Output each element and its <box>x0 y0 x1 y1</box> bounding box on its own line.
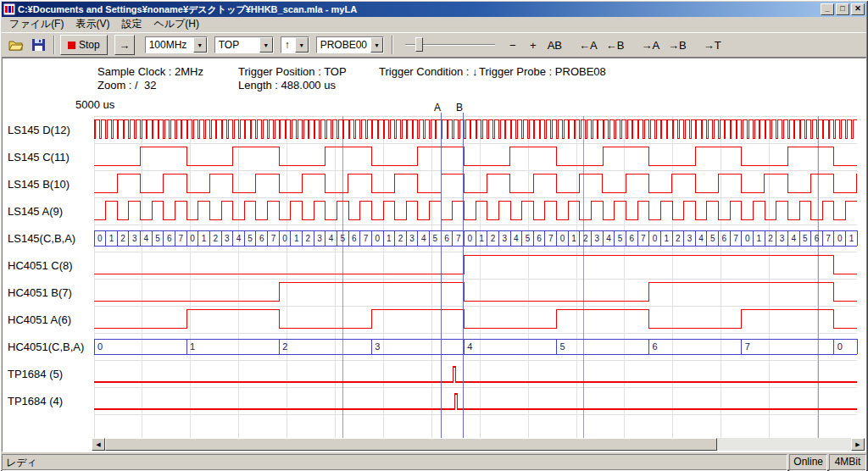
waveform-trace <box>94 309 857 328</box>
bus-value: 5 <box>340 234 345 243</box>
bus-value: 1 <box>202 234 207 243</box>
scrollbar-track[interactable] <box>105 438 851 451</box>
ab-button[interactable]: AB <box>544 36 565 54</box>
cursor-label: B <box>456 102 463 114</box>
goto-b-right-button[interactable]: →B <box>665 36 690 54</box>
bus-value: 2 <box>213 234 218 243</box>
trigger-edge-combo[interactable]: ↑ ▼ <box>281 36 309 53</box>
waveform-strobe-trace <box>94 119 857 138</box>
stop-label: Stop <box>79 39 100 51</box>
bus-value: 5 <box>526 234 531 243</box>
bus-value: 1 <box>387 234 392 243</box>
waveform-trace <box>94 174 857 192</box>
toolbar-separator <box>53 36 55 54</box>
bus-value: 5 <box>155 234 160 243</box>
close-button[interactable]: ✕ <box>851 3 865 15</box>
waveform-trace <box>94 255 857 274</box>
bus-value: 6 <box>444 234 449 243</box>
goto-a-right-button[interactable]: →A <box>637 36 663 54</box>
run-button[interactable]: → <box>114 35 135 55</box>
goto-b-left-button[interactable]: ←B <box>603 36 628 54</box>
bus-value: 0 <box>97 234 103 243</box>
bus-value: 7 <box>745 341 750 352</box>
bus-value: 0 <box>190 234 195 243</box>
menu-view[interactable]: 表示(V) <box>70 16 115 33</box>
bus-value: 7 <box>271 234 276 243</box>
maximize-button[interactable]: □ <box>836 3 849 15</box>
stop-icon <box>68 42 75 49</box>
bus-value: 3 <box>502 234 507 243</box>
bus-value: 3 <box>687 234 693 243</box>
chevron-down-icon[interactable]: ▼ <box>259 37 273 53</box>
toolbar: Stop → 100MHz ▼ TOP ▼ ↑ ▼ PROBE00 ▼ − + … <box>2 32 866 58</box>
channel-label: HC4051 C(8) <box>8 259 73 272</box>
statusbar: レディ Online 4MBit <box>2 452 866 471</box>
bus-value: 4 <box>421 234 426 243</box>
scroll-right-icon[interactable]: ▶ <box>851 438 865 451</box>
zoom-info: Zoom : / 32 <box>97 79 156 91</box>
goto-a-left-button[interactable]: ←A <box>576 36 601 54</box>
menu-help[interactable]: ヘルプ(H) <box>147 16 205 33</box>
status-ready: レディ <box>2 454 787 471</box>
menu-file[interactable]: ファイル(F) <box>3 16 70 33</box>
channel-label: HC4051(C,B,A) <box>8 341 84 353</box>
window-title: C:¥Documents and Settings¥noname¥デスクトップ¥… <box>18 3 819 16</box>
zoom-in-button[interactable]: + <box>524 36 542 54</box>
scrollbar-thumb[interactable] <box>105 438 717 451</box>
waveform-trace <box>94 282 857 301</box>
toolbar-separator <box>392 36 393 54</box>
status-memory: 4MBit <box>829 454 866 471</box>
channel-label: LS145 C(11) <box>8 151 70 163</box>
bus-value: 2 <box>583 234 588 243</box>
chevron-down-icon[interactable]: ▼ <box>370 37 383 53</box>
bus-value: 6 <box>722 234 727 243</box>
bus-value: 4 <box>606 234 611 243</box>
bus-value: 1 <box>109 234 114 243</box>
status-online: Online <box>789 454 827 471</box>
bus-value: 5 <box>433 234 438 243</box>
bus-value: 0 <box>653 234 658 243</box>
bus-value: 5 <box>248 234 253 243</box>
chevron-down-icon[interactable]: ▼ <box>193 37 207 53</box>
sample-clock-value: 100MHz <box>146 37 193 53</box>
bus-value: 1 <box>571 234 576 243</box>
bus-value: 0 <box>560 234 565 243</box>
bus-value: 5 <box>710 234 715 243</box>
zoom-out-button[interactable]: − <box>504 36 522 54</box>
bus-value: 4 <box>144 234 149 243</box>
waveform-trace <box>94 147 857 165</box>
stop-button[interactable]: Stop <box>60 35 108 55</box>
sample-clock-combo[interactable]: 100MHz ▼ <box>145 36 208 53</box>
bus-value: 3 <box>409 234 415 243</box>
bus-value: 6 <box>352 234 357 243</box>
bus-value: 3 <box>375 341 380 352</box>
horizontal-scrollbar[interactable]: ◀ ▶ <box>92 438 865 451</box>
chevron-down-icon[interactable]: ▼ <box>295 37 309 53</box>
waveform-area[interactable]: LS145 D(12)LS145 C(11)LS145 B(10)LS145 A… <box>3 94 864 450</box>
length-info: Length : 488.000 us <box>238 79 336 91</box>
goto-trigger-button[interactable]: →T <box>700 36 725 54</box>
trigger-position-info: Trigger Position : TOP <box>238 65 347 78</box>
bus-value: 2 <box>398 234 403 243</box>
bus-value: 5 <box>618 234 623 243</box>
bus-value: 7 <box>641 234 646 243</box>
zoom-slider-thumb[interactable] <box>415 37 423 52</box>
sample-clock-info: Sample Clock : 2MHz <box>97 65 203 78</box>
zoom-slider[interactable] <box>403 36 497 54</box>
minimize-button[interactable]: _ <box>821 3 834 15</box>
bus-value: 4 <box>514 234 519 243</box>
bus-value: 0 <box>468 234 473 243</box>
save-button[interactable] <box>29 36 48 54</box>
waveform-pulse-trace <box>94 394 857 409</box>
channel-label: LS145(C,B,A) <box>8 232 75 245</box>
probe-combo[interactable]: PROBE00 ▼ <box>316 36 384 53</box>
app-window: C:¥Documents and Settings¥noname¥デスクトップ¥… <box>0 0 868 471</box>
bus-value: 1 <box>190 341 195 352</box>
cursor-label: A <box>434 102 441 114</box>
trigger-position-combo[interactable]: TOP ▼ <box>214 36 274 53</box>
scroll-left-icon[interactable]: ◀ <box>92 438 105 451</box>
open-button[interactable] <box>5 36 27 54</box>
bus-value: 3 <box>317 234 322 243</box>
probe-value: PROBE00 <box>317 37 370 53</box>
menu-settings[interactable]: 設定 <box>115 16 147 33</box>
